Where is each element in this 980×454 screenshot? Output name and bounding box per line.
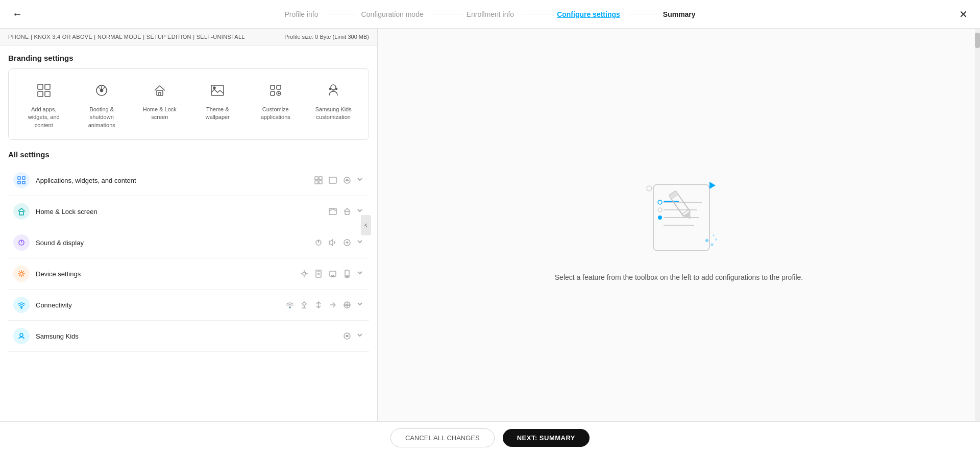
svg-point-62 [20, 333, 23, 337]
svg-rect-3 [45, 91, 50, 97]
step-line-4 [628, 14, 659, 14]
left-content[interactable]: Branding settings Add apps, widgets, and… [0, 45, 377, 421]
svg-rect-14 [271, 91, 275, 95]
settings-row-connectivity[interactable]: Connectivity [8, 290, 369, 321]
back-button[interactable]: ← [12, 8, 22, 20]
sound-display-row-chevron [356, 237, 364, 248]
svg-point-80 [715, 238, 717, 241]
device-settings-row-chevron [356, 269, 364, 279]
svg-rect-13 [277, 85, 281, 89]
svg-rect-22 [22, 177, 25, 179]
connectivity-row-icon [13, 297, 30, 313]
step-line-1 [327, 14, 357, 14]
step-line-2 [432, 14, 462, 14]
svg-point-41 [20, 272, 23, 275]
left-panel: PHONE | KNOX 3.4 OR ABOVE | NORMAL MODE … [0, 29, 378, 421]
svg-point-70 [658, 208, 662, 212]
settings-row-sound-display[interactable]: Sound & display [8, 227, 369, 258]
step-label-profile-info[interactable]: Profile info [284, 10, 318, 18]
svg-point-18 [331, 85, 336, 90]
branding-item-home-lock[interactable]: Home & Lock screen [137, 79, 183, 129]
next-summary-button[interactable]: NEXT: SUMMARY [503, 429, 590, 447]
step-label-configuration-mode[interactable]: Configuration mode [361, 10, 424, 18]
applications-row-icon [13, 172, 30, 188]
samsung-kids-row-label: Samsung Kids [36, 332, 342, 340]
branding-item-label-add-apps: Add apps, widgets, and content [21, 106, 67, 129]
svg-rect-31 [19, 211, 23, 215]
branding-item-label-customize: Customize applications [253, 106, 299, 122]
step-label-configure-settings[interactable]: Configure settings [557, 10, 620, 18]
booting-shutdown-icon [90, 79, 113, 102]
svg-rect-21 [18, 177, 20, 179]
svg-rect-51 [346, 276, 348, 277]
branding-item-booting-shutdown[interactable]: Booting & shutdown animations [79, 79, 125, 129]
svg-marker-74 [683, 211, 694, 221]
svg-rect-28 [319, 181, 322, 184]
branding-item-customize-apps[interactable]: Customize applications [253, 79, 299, 129]
collapse-panel-button[interactable] [361, 215, 371, 235]
branding-item-label-theme: Theme & wallpaper [194, 106, 240, 122]
svg-marker-77 [709, 182, 716, 189]
all-settings-title: All settings [8, 150, 369, 159]
sound-display-row-icon [13, 234, 30, 251]
svg-rect-2 [38, 91, 43, 97]
settings-row-samsung-kids[interactable]: Samsung Kids [8, 321, 369, 352]
branding-settings-title: Branding settings [8, 54, 369, 62]
svg-rect-33 [345, 211, 349, 214]
step-label-summary[interactable]: Summary [663, 10, 696, 18]
theme-wallpaper-icon [206, 79, 229, 102]
samsung-kids-icon [322, 79, 345, 102]
device-settings-row-icons [300, 269, 352, 278]
svg-rect-23 [18, 181, 20, 184]
nav-step-summary: Summary [663, 10, 696, 18]
cancel-all-changes-button[interactable]: CANCEL ALL CHANGES [390, 428, 495, 447]
empty-state-text: Select a feature from the toolbox on the… [555, 273, 803, 281]
settings-list: Applications, widgets, and content [8, 165, 369, 352]
step-line-3 [522, 14, 553, 14]
branding-item-theme-wallpaper[interactable]: Theme & wallpaper [194, 79, 240, 129]
svg-rect-29 [329, 177, 336, 183]
svg-rect-24 [22, 181, 25, 184]
bottom-bar: CANCEL ALL CHANGES NEXT: SUMMARY [0, 421, 980, 454]
nav-step-enrollment-info: Enrollment info [467, 10, 557, 18]
top-nav: ← Profile info Configuration mode Enroll… [0, 0, 980, 29]
profile-info-text: PHONE | KNOX 3.4 OR ABOVE | NORMAL MODE … [8, 34, 245, 40]
close-button[interactable]: ✕ [959, 8, 968, 20]
svg-point-52 [21, 307, 22, 308]
connectivity-row-icons [285, 300, 352, 309]
samsung-kids-row-icon [13, 328, 30, 344]
home-lock-icon [149, 79, 171, 102]
settings-row-device-settings[interactable]: Device settings [8, 258, 369, 290]
svg-point-53 [289, 307, 291, 308]
branding-item-add-apps[interactable]: Add apps, widgets, and content [21, 79, 67, 129]
connectivity-row-label: Connectivity [36, 301, 285, 309]
svg-point-82 [647, 186, 652, 191]
right-panel: Select a feature from the toolbox on the… [378, 29, 980, 421]
add-apps-icon [33, 79, 55, 102]
applications-row-label: Applications, widgets, and content [36, 177, 314, 184]
branding-item-samsung-kids[interactable]: Samsung Kids customization [310, 79, 356, 129]
profile-bar: PHONE | KNOX 3.4 OR ABOVE | NORMAL MODE … [0, 29, 377, 45]
branding-item-label-samsung-kids: Samsung Kids customization [310, 106, 356, 122]
svg-rect-72 [664, 201, 679, 202]
samsung-kids-row-icons [342, 331, 352, 341]
settings-row-home-lock[interactable]: Home & Lock screen [8, 196, 369, 227]
right-scrollbar[interactable] [975, 29, 980, 421]
chevron-left-icon [363, 223, 369, 228]
svg-rect-27 [315, 181, 318, 184]
nav-steps: Profile info Configuration mode Enrollme… [284, 10, 695, 18]
samsung-kids-row-chevron [356, 331, 364, 341]
branding-item-label-home-lock: Home & Lock screen [137, 106, 183, 122]
right-scrollbar-thumb[interactable] [975, 33, 980, 48]
applications-row-chevron [356, 175, 364, 185]
settings-row-applications[interactable]: Applications, widgets, and content [8, 165, 369, 196]
step-label-enrollment-info[interactable]: Enrollment info [467, 10, 514, 18]
svg-point-6 [101, 89, 103, 92]
svg-point-69 [658, 200, 662, 204]
svg-line-7 [99, 87, 100, 89]
svg-point-20 [336, 88, 337, 90]
svg-rect-0 [38, 84, 43, 89]
svg-point-42 [303, 272, 306, 275]
nav-step-configuration-mode: Configuration mode [361, 10, 467, 18]
connectivity-row-chevron [356, 300, 364, 310]
